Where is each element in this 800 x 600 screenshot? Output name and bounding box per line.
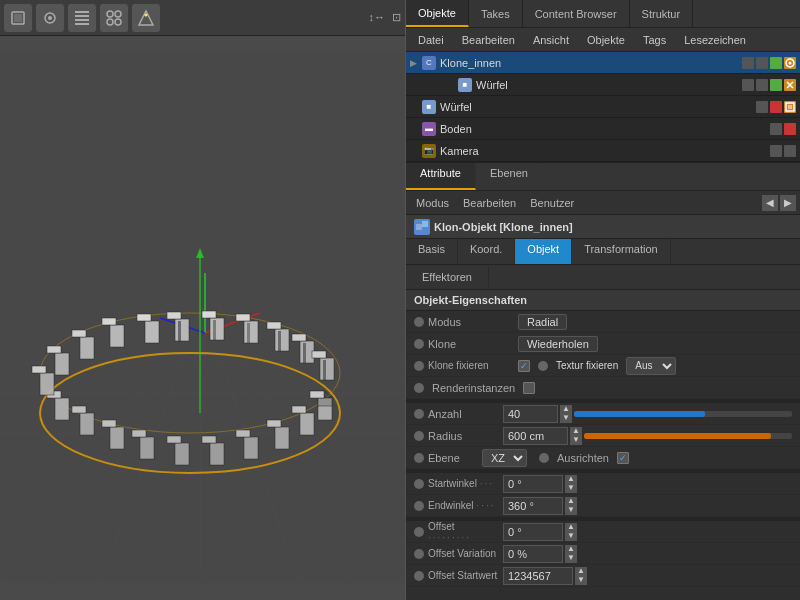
endwinkel-down[interactable]: ▼ — [565, 506, 577, 515]
obj-row-wuerfel[interactable]: ■ Würfel — [406, 96, 800, 118]
klone-dropdown[interactable]: Wiederholen — [518, 336, 598, 352]
arrow-left[interactable]: ◀ — [762, 195, 778, 211]
offset-stepper[interactable]: ▲ ▼ — [565, 523, 577, 541]
flag-red-3[interactable] — [770, 101, 782, 113]
offset-var-down[interactable]: ▼ — [565, 554, 577, 563]
anzahl-slider[interactable] — [574, 411, 792, 417]
radius-slider[interactable] — [584, 433, 792, 439]
ausrichten-dot — [539, 453, 549, 463]
attr-tab-ebenen[interactable]: Ebenen — [476, 163, 543, 190]
obj-row-kamera[interactable]: 📷 Kamera — [406, 140, 800, 162]
flag-red-4[interactable] — [784, 123, 796, 135]
attr-benutzer[interactable]: Benutzer — [524, 195, 580, 211]
ausrichten-checkbox[interactable] — [617, 452, 629, 464]
svg-rect-43 — [292, 406, 306, 413]
3d-viewport[interactable] — [0, 36, 405, 600]
startwinkel-stepper[interactable]: ▲ ▼ — [565, 475, 577, 493]
tab-takes[interactable]: Takes — [469, 0, 523, 27]
svg-rect-87 — [323, 360, 326, 380]
endwinkel-input-wrap: ▲ ▼ — [503, 497, 792, 515]
menu-objekte[interactable]: Objekte — [579, 32, 633, 48]
ebene-dropdown[interactable]: XZXYYZ — [482, 449, 527, 467]
attr-tab-attribute[interactable]: Attribute — [406, 163, 476, 190]
radius-stepper[interactable]: ▲ ▼ — [570, 427, 582, 445]
cloner-icon: C — [422, 56, 436, 70]
flag-vis-4[interactable] — [770, 123, 782, 135]
main-panel-tabs: Objekte Takes Content Browser Struktur — [406, 0, 800, 28]
obj-flags-2 — [742, 79, 796, 91]
menu-bearbeiten[interactable]: Bearbeiten — [454, 32, 523, 48]
flag-vis-5[interactable] — [770, 145, 782, 157]
flag-lock-2[interactable] — [756, 79, 768, 91]
expand-arrow-1[interactable]: ▶ — [410, 58, 418, 68]
svg-rect-74 — [202, 311, 216, 318]
offset-start-input[interactable] — [503, 567, 573, 585]
attr-modus[interactable]: Modus — [410, 195, 455, 211]
flag-lock-1[interactable] — [756, 57, 768, 69]
tool-icon-1[interactable] — [4, 4, 32, 32]
svg-rect-71 — [167, 312, 181, 319]
attr-bearbeiten[interactable]: Bearbeiten — [457, 195, 522, 211]
flag-vis-3[interactable] — [756, 101, 768, 113]
svg-rect-65 — [72, 330, 86, 337]
menu-ansicht[interactable]: Ansicht — [525, 32, 577, 48]
startwinkel-input[interactable] — [503, 475, 563, 493]
svg-rect-79 — [275, 329, 289, 351]
prop-klone-fix: Klone fixieren Textur fixieren Aus — [406, 355, 800, 377]
tab-struktur[interactable]: Struktur — [630, 0, 694, 27]
radius-input[interactable] — [503, 427, 568, 445]
obj-row-boden[interactable]: ▬ Boden — [406, 118, 800, 140]
svg-rect-81 — [278, 331, 281, 351]
endwinkel-input[interactable] — [503, 497, 563, 515]
flag-vis-2[interactable] — [742, 79, 754, 91]
flag-lock-5[interactable] — [784, 145, 796, 157]
sub-tab-basis[interactable]: Basis — [406, 239, 458, 264]
flag-green-2[interactable] — [770, 79, 782, 91]
sub-tab-effektoren[interactable]: Effektoren — [406, 267, 489, 287]
offset-start-down[interactable]: ▼ — [575, 576, 587, 585]
endwinkel-stepper[interactable]: ▲ ▼ — [565, 497, 577, 515]
anzahl-dot — [414, 409, 424, 419]
offset-down[interactable]: ▼ — [565, 532, 577, 541]
anzahl-stepper[interactable]: ▲ ▼ — [560, 405, 572, 423]
anzahl-down[interactable]: ▼ — [560, 414, 572, 423]
offset-input[interactable] — [503, 523, 563, 541]
flag-green-1[interactable] — [770, 57, 782, 69]
tool-icon-3[interactable] — [68, 4, 96, 32]
render-checkbox[interactable] — [523, 382, 535, 394]
anzahl-input[interactable] — [503, 405, 558, 423]
svg-rect-4 — [75, 15, 89, 17]
offset-var-input[interactable] — [503, 545, 563, 563]
nav-icon-2[interactable]: ⊡ — [392, 11, 401, 24]
flag-orange-1[interactable] — [784, 57, 796, 69]
obj-row-klone-innen[interactable]: ▶ C Klone_innen — [406, 52, 800, 74]
sub-tab-koord[interactable]: Koord. — [458, 239, 515, 264]
svg-rect-73 — [210, 318, 224, 340]
flag-orange-2[interactable] — [784, 79, 796, 91]
radius-down[interactable]: ▼ — [570, 436, 582, 445]
menu-tags[interactable]: Tags — [635, 32, 674, 48]
ebene-dot — [414, 453, 424, 463]
startwinkel-down[interactable]: ▼ — [565, 484, 577, 493]
menu-lesezeichen[interactable]: Lesezeichen — [676, 32, 754, 48]
sub-tab-objekt[interactable]: Objekt — [515, 239, 572, 264]
klone-fix-checkbox[interactable] — [518, 360, 530, 372]
tab-objekte[interactable]: Objekte — [406, 0, 469, 27]
arrow-right[interactable]: ▶ — [780, 195, 796, 211]
flag-vis-1[interactable] — [742, 57, 754, 69]
textur-fix-dropdown[interactable]: Aus — [626, 357, 676, 375]
sub-tab-transformation[interactable]: Transformation — [572, 239, 671, 264]
nav-icon-1[interactable]: ↕↔ — [369, 11, 386, 24]
flag-orange-3[interactable] — [784, 101, 796, 113]
offset-var-stepper[interactable]: ▲ ▼ — [565, 545, 577, 563]
tool-icon-5[interactable] — [132, 4, 160, 32]
tab-content-browser[interactable]: Content Browser — [523, 0, 630, 27]
offset-start-stepper[interactable]: ▲ ▼ — [575, 567, 587, 585]
modus-dropdown[interactable]: Radial — [518, 314, 567, 330]
obj-name-klone-innen: Klone_innen — [440, 57, 738, 69]
tool-icon-2[interactable] — [36, 4, 64, 32]
tool-icon-4[interactable] — [100, 4, 128, 32]
prop-endwinkel: Endwinkel ···· ▲ ▼ — [406, 495, 800, 517]
obj-row-wuerfel-child[interactable]: ■ Würfel — [406, 74, 800, 96]
menu-datei[interactable]: Datei — [410, 32, 452, 48]
